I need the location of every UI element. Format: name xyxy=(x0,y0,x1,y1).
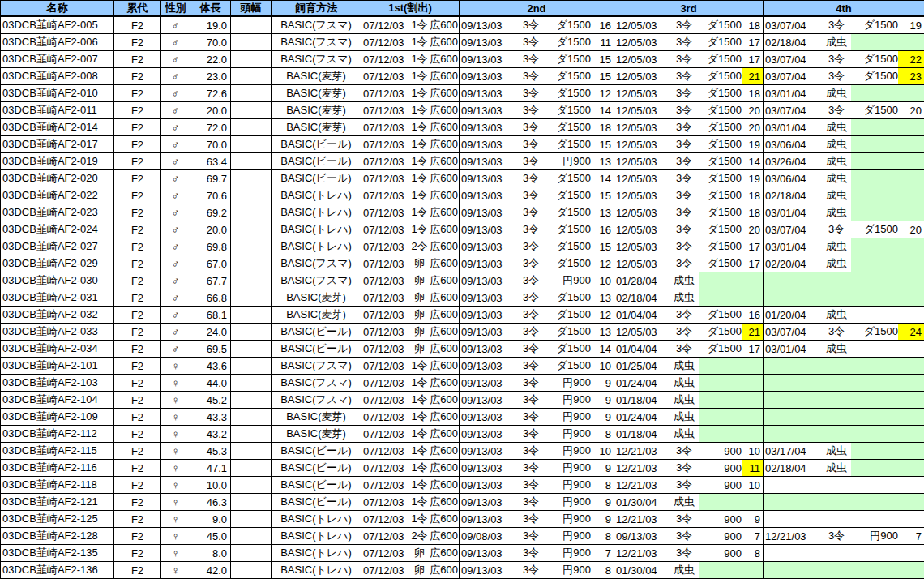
cell-sex[interactable]: ♂ xyxy=(161,85,190,102)
cell-head-width[interactable] xyxy=(231,136,272,153)
cell-period-p1[interactable]: 07/12/03卵広600 xyxy=(361,290,460,307)
cell-name[interactable]: 03DCB韮崎AF2-008 xyxy=(0,68,114,85)
cell-sex[interactable]: ♂ xyxy=(161,204,190,221)
cell-period-p2[interactable]: 09/13/033令円90013 xyxy=(460,153,614,170)
cell-rearing-method[interactable]: BASIC(トレハ) xyxy=(272,238,361,255)
cell-body-length[interactable]: 47.1 xyxy=(190,460,231,477)
cell-name[interactable]: 03DCB韮崎AF2-103 xyxy=(0,375,114,392)
cell-head-width[interactable] xyxy=(231,187,272,204)
cell-period-p2[interactable]: 09/13/033令ダ150015 xyxy=(460,187,614,204)
cell-head-width[interactable] xyxy=(231,307,272,324)
cell-period-p1[interactable]: 07/12/031令広600 xyxy=(361,68,460,85)
cell-sex[interactable]: ♂ xyxy=(161,17,190,34)
cell-body-length[interactable]: 68.1 xyxy=(190,307,231,324)
header-name[interactable]: 名称 xyxy=(0,0,114,17)
cell-name[interactable]: 03DCB韮崎AF2-104 xyxy=(0,392,114,409)
cell-body-length[interactable]: 43.6 xyxy=(190,358,231,375)
cell-generation[interactable]: F2 xyxy=(114,545,161,562)
cell-sex[interactable]: ♂ xyxy=(161,272,190,290)
header-4th[interactable]: 4th xyxy=(764,0,924,17)
cell-period-p3[interactable]: 12/05/033令ダ150017 xyxy=(614,34,764,51)
cell-rearing-method[interactable]: BASIC(麦芽) xyxy=(272,68,361,85)
cell-body-length[interactable]: 22.0 xyxy=(190,51,231,68)
cell-body-length[interactable]: 70.0 xyxy=(190,136,231,153)
cell-generation[interactable]: F2 xyxy=(114,34,161,51)
cell-head-width[interactable] xyxy=(231,392,272,409)
cell-period-p3[interactable]: 01/18/04成虫 xyxy=(614,426,764,443)
cell-name[interactable]: 03DCB韮崎AF2-116 xyxy=(0,460,114,477)
cell-period-p3[interactable]: 12/05/033令ダ150020 xyxy=(614,102,764,119)
cell-head-width[interactable] xyxy=(231,153,272,170)
cell-head-width[interactable] xyxy=(231,358,272,375)
cell-body-length[interactable]: 45.3 xyxy=(190,443,231,460)
cell-head-width[interactable] xyxy=(231,34,272,51)
cell-head-width[interactable] xyxy=(231,545,272,562)
cell-generation[interactable]: F2 xyxy=(114,204,161,221)
cell-sex[interactable]: ♀ xyxy=(161,358,190,375)
cell-body-length[interactable]: 23.0 xyxy=(190,68,231,85)
cell-sex[interactable]: ♀ xyxy=(161,494,190,511)
cell-period-p2[interactable]: 09/13/033令ダ150011 xyxy=(460,34,614,51)
cell-rearing-method[interactable]: BASIC(麦芽) xyxy=(272,426,361,443)
cell-name[interactable]: 03DCB韮崎AF2-011 xyxy=(0,102,114,119)
cell-name[interactable]: 03DCB韮崎AF2-031 xyxy=(0,290,114,307)
cell-name[interactable]: 03DCB韮崎AF2-017 xyxy=(0,136,114,153)
cell-period-p2[interactable]: 09/13/033令ダ150012 xyxy=(460,307,614,324)
cell-body-length[interactable]: 45.2 xyxy=(190,392,231,409)
cell-period-p3[interactable]: 12/21/033令9009 xyxy=(614,511,764,528)
cell-period-p3[interactable]: 12/05/033令ダ150018 xyxy=(614,17,764,34)
cell-name[interactable]: 03DCB韮崎AF2-019 xyxy=(0,153,114,170)
cell-period-p3[interactable]: 12/05/033令ダ150020 xyxy=(614,119,764,136)
cell-sex[interactable]: ♂ xyxy=(161,68,190,85)
cell-name[interactable]: 03DCB韮崎AF2-022 xyxy=(0,187,114,204)
cell-period-p1[interactable]: 07/12/031令広600 xyxy=(361,375,460,392)
cell-generation[interactable]: F2 xyxy=(114,358,161,375)
cell-period-p3[interactable]: 01/25/04成虫 xyxy=(614,358,764,375)
cell-head-width[interactable] xyxy=(231,426,272,443)
cell-period-p2[interactable]: 09/13/033令円9008 xyxy=(460,477,614,494)
cell-period-p4[interactable]: 03/07/043令ダ150024 xyxy=(764,324,924,341)
cell-generation[interactable]: F2 xyxy=(114,341,161,358)
cell-body-length[interactable]: 63.4 xyxy=(190,153,231,170)
cell-period-p2[interactable]: 09/13/033令ダ150014 xyxy=(460,102,614,119)
cell-name[interactable]: 03DCB韮崎AF2-115 xyxy=(0,443,114,460)
cell-generation[interactable]: F2 xyxy=(114,238,161,255)
cell-generation[interactable]: F2 xyxy=(114,562,161,579)
cell-rearing-method[interactable]: BASIC(麦芽) xyxy=(272,119,361,136)
cell-name[interactable]: 03DCB韮崎AF2-034 xyxy=(0,341,114,358)
cell-period-p4[interactable]: 03/01/04成虫 xyxy=(764,238,924,255)
cell-body-length[interactable]: 20.0 xyxy=(190,102,231,119)
cell-rearing-method[interactable]: BASIC(フスマ) xyxy=(272,255,361,272)
cell-period-p2[interactable]: 09/13/033令円9009 xyxy=(460,375,614,392)
cell-period-p3[interactable]: 01/30/04成虫 xyxy=(614,562,764,579)
cell-body-length[interactable]: 67.0 xyxy=(190,255,231,272)
cell-period-p3[interactable]: 01/04/043令ダ150016 xyxy=(614,307,764,324)
cell-period-p1[interactable]: 07/12/031令広600 xyxy=(361,477,460,494)
cell-rearing-method[interactable]: BASIC(ビール) xyxy=(272,136,361,153)
cell-head-width[interactable] xyxy=(231,443,272,460)
cell-period-p2[interactable]: 09/13/033令円90010 xyxy=(460,272,614,290)
cell-rearing-method[interactable]: BASIC(麦芽) xyxy=(272,102,361,119)
cell-generation[interactable]: F2 xyxy=(114,392,161,409)
cell-name[interactable]: 03DCB韮崎AF2-023 xyxy=(0,204,114,221)
cell-rearing-method[interactable]: BASIC(フスマ) xyxy=(272,272,361,290)
cell-sex[interactable]: ♂ xyxy=(161,34,190,51)
cell-sex[interactable]: ♀ xyxy=(161,392,190,409)
header-3rd[interactable]: 3rd xyxy=(614,0,764,17)
cell-body-length[interactable]: 69.5 xyxy=(190,341,231,358)
cell-head-width[interactable] xyxy=(231,17,272,34)
cell-name[interactable]: 03DCB韮崎AF2-112 xyxy=(0,426,114,443)
cell-head-width[interactable] xyxy=(231,528,272,545)
cell-period-p4[interactable]: 01/20/04成虫 xyxy=(764,307,924,324)
cell-generation[interactable]: F2 xyxy=(114,17,161,34)
cell-period-p4[interactable]: 03/01/04成虫 xyxy=(764,85,924,102)
cell-sex[interactable]: ♀ xyxy=(161,545,190,562)
cell-period-p3[interactable]: 12/05/033令ダ150021 xyxy=(614,324,764,341)
cell-period-p1[interactable]: 07/12/031令広600 xyxy=(361,119,460,136)
cell-period-p1[interactable]: 07/12/031令広600 xyxy=(361,51,460,68)
cell-head-width[interactable] xyxy=(231,221,272,238)
cell-period-p4[interactable] xyxy=(764,409,924,426)
cell-head-width[interactable] xyxy=(231,68,272,85)
cell-period-p1[interactable]: 07/12/031令広600 xyxy=(361,358,460,375)
cell-period-p3[interactable]: 01/28/04成虫 xyxy=(614,272,764,290)
